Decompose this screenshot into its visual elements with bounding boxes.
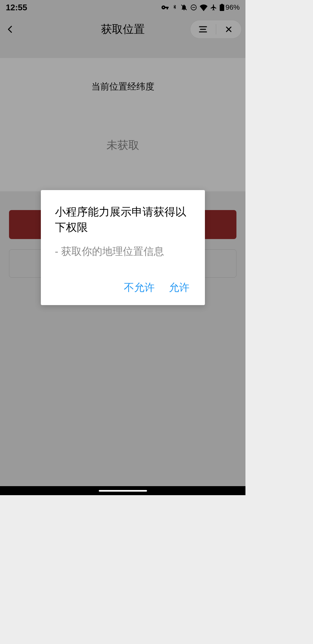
dialog-description: - 获取你的地理位置信息	[55, 245, 191, 259]
dialog-actions: 不允许 允许	[55, 278, 191, 297]
allow-button[interactable]: 允许	[168, 278, 191, 297]
nav-pill[interactable]	[99, 490, 147, 492]
deny-button[interactable]: 不允许	[123, 278, 156, 297]
modal-overlay[interactable]: 小程序能力展示申请获得以下权限 - 获取你的地理位置信息 不允许 允许	[0, 0, 245, 495]
system-nav-bar	[0, 486, 245, 495]
permission-dialog: 小程序能力展示申请获得以下权限 - 获取你的地理位置信息 不允许 允许	[41, 190, 205, 305]
dialog-title: 小程序能力展示申请获得以下权限	[55, 204, 191, 235]
